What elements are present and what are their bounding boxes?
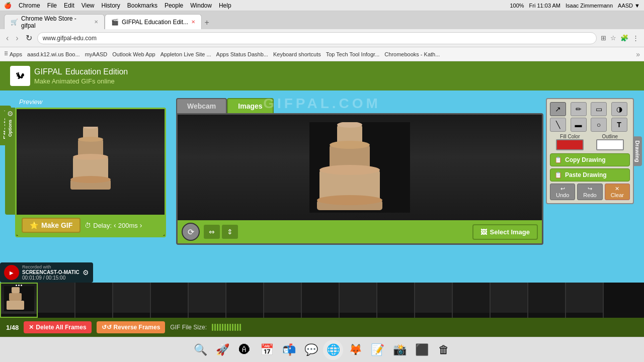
bookmark-apps-status[interactable]: Apps Status Dashb... [216, 51, 268, 57]
filmstrip-frame-12[interactable] [415, 283, 453, 318]
eraser-tool-button[interactable]: ▭ [591, 102, 607, 116]
frame-thumb-7 [226, 283, 263, 313]
clear-button[interactable]: ✕ Clear [605, 184, 630, 200]
webcam-tab[interactable]: Webcam [176, 98, 227, 113]
delete-all-frames-button[interactable]: ✕ Delete All Frames [24, 321, 91, 333]
bookmark-chromebooks[interactable]: Chromebooks - Kath... [384, 51, 440, 57]
screencast-info: Recorded with SCREENCAST-O-MATIC 00:01:0… [22, 264, 79, 281]
filmstrip-frame-16[interactable] [566, 283, 604, 318]
bookmark-aasd[interactable]: aasd.k12.wi.us Boo... [27, 51, 80, 57]
dock-trash[interactable]: 🗑 [434, 340, 454, 360]
flip-vertical-button[interactable]: ⇕ [222, 225, 238, 239]
reverse-frames-button[interactable]: ↺↺ Reverse Frames [97, 321, 166, 333]
star-icon[interactable]: ☆ [609, 33, 617, 43]
filmstrip-frame-11[interactable] [377, 283, 415, 318]
forward-button[interactable]: › [14, 33, 20, 44]
dock-appstore[interactable]: 🅐 [234, 340, 255, 360]
filmstrip-frame-5[interactable] [151, 283, 189, 318]
dock-launchpad[interactable]: 🚀 [212, 340, 232, 360]
dock-firefox[interactable]: 🦊 [345, 340, 365, 360]
text-tool-button[interactable]: T [611, 118, 627, 132]
frame-thumb-2 [38, 283, 74, 313]
filmstrip-frame-13[interactable] [453, 283, 491, 318]
pencil-tool-button[interactable]: ✏ [571, 102, 587, 116]
dock-mail[interactable]: 📬 [279, 340, 299, 360]
bookmarks-menu[interactable]: Bookmarks [127, 2, 157, 9]
aasd-button[interactable]: AASD ▼ [618, 3, 640, 9]
file-size-dot-10 [234, 324, 236, 331]
filmstrip-frame-7[interactable] [226, 283, 264, 318]
more-bookmarks-icon[interactable]: » [636, 50, 640, 58]
filmstrip-frame-8[interactable] [264, 283, 302, 318]
dock-calendar[interactable]: 📅 [257, 340, 277, 360]
bookmark-appleton[interactable]: Appleton Live Site ... [160, 51, 211, 57]
dock-photos[interactable]: 📸 [389, 340, 410, 360]
bookmark-outlook[interactable]: Outlook Web App [112, 51, 155, 57]
filmstrip [0, 283, 644, 318]
filmstrip-frame-1[interactable] [0, 283, 38, 318]
file-menu[interactable]: File [47, 2, 57, 9]
line-tool-button[interactable]: ╲ [550, 118, 566, 132]
filmstrip-frame-9[interactable] [302, 283, 340, 318]
fill-tool-button[interactable]: ◑ [611, 102, 627, 116]
dock-chrome[interactable]: 🌐 [323, 340, 343, 360]
screencast-settings-icon[interactable]: ⚙ [83, 268, 89, 277]
edit-menu[interactable]: Edit [64, 2, 74, 9]
cast-icon[interactable]: ⊞ [600, 33, 607, 43]
tab-gifpal[interactable]: 🎬 GIFPAL Education Edit... ✕ [105, 14, 202, 29]
bookmark-toptech[interactable]: Top Tech Tool Infogr... [326, 51, 380, 57]
new-tab-button[interactable]: + [202, 16, 212, 29]
flip-horizontal-button[interactable]: ⇔ [204, 225, 220, 239]
copy-drawing-button[interactable]: 📋 Copy Drawing [550, 153, 630, 166]
paste-drawing-button[interactable]: 📋 Paste Drawing [550, 168, 630, 182]
tab-close-0[interactable]: ✕ [94, 19, 98, 25]
frame-thumb-16 [566, 283, 603, 313]
bookmark-keyboard[interactable]: Keyboard shortcuts [273, 51, 321, 57]
fill-color-label: Fill Color [556, 134, 584, 139]
screencast-timer: 00:01:09 / 00:15:00 [22, 275, 79, 281]
chrome-menu-icon[interactable]: ⋮ [631, 33, 640, 43]
url-input[interactable]: www.gifpal-edu.com [37, 32, 597, 44]
apple-menu[interactable]: 🍎 [4, 2, 12, 9]
chrome-menu[interactable]: Chrome [19, 2, 40, 9]
filmstrip-frame-2[interactable] [38, 283, 75, 318]
dock-terminal[interactable]: ⬛ [412, 340, 432, 360]
window-menu[interactable]: Window [190, 2, 212, 9]
options-sidebar[interactable]: ⚙ Options [5, 108, 15, 215]
dock-finder[interactable]: 🔍 [190, 340, 210, 360]
dock-messages[interactable]: 💬 [301, 340, 321, 360]
undo-button[interactable]: ↩ Undo [550, 184, 575, 200]
dock-word[interactable]: 📝 [367, 340, 387, 360]
back-button[interactable]: ‹ [4, 33, 11, 44]
ellipse-tool-button[interactable]: ○ [591, 118, 607, 132]
fill-color-swatch[interactable] [556, 139, 584, 150]
people-menu[interactable]: People [165, 2, 183, 9]
select-image-button[interactable]: 🖼 Select Image [472, 224, 538, 240]
rect-tool-button[interactable]: ▬ [571, 118, 587, 132]
bookmark-myaasd[interactable]: myAASD [85, 51, 108, 57]
filmstrip-frame-14[interactable] [491, 283, 528, 318]
bookmark-apps[interactable]: ⠿ Apps [4, 51, 22, 57]
images-tab[interactable]: Images [227, 98, 273, 113]
arrow-tool-button[interactable]: ↗ [550, 102, 566, 116]
delay-decrease-button[interactable]: ‹ [114, 221, 116, 229]
delay-increase-button[interactable]: › [140, 221, 142, 229]
tab-chromstore[interactable]: 🛒 Chrome Web Store - gifpal ✕ [4, 14, 105, 29]
filmstrip-frame-10[interactable] [340, 283, 377, 318]
outline-color-swatch[interactable] [596, 139, 624, 150]
make-gif-button[interactable]: ⭐ Make GIF [22, 218, 80, 233]
filmstrip-frame-3[interactable] [75, 283, 113, 318]
drawing-panel: Drawing ↗ ✏ ▭ ◑ ╲ ▬ ○ T Fill Color Outli… [546, 98, 634, 204]
record-button[interactable]: ⟳ [182, 223, 200, 241]
redo-button[interactable]: ↪ Redo [577, 184, 602, 200]
filmstrip-frame-6[interactable] [189, 283, 226, 318]
history-menu[interactable]: History [102, 2, 120, 9]
tab-close-1[interactable]: ✕ [191, 19, 195, 25]
view-menu[interactable]: View [82, 2, 95, 9]
help-menu[interactable]: Help [219, 2, 231, 9]
file-size-dot-4 [219, 324, 221, 331]
filmstrip-frame-4[interactable] [113, 283, 151, 318]
extensions-icon[interactable]: 🧩 [619, 33, 629, 43]
refresh-button[interactable]: ↻ [24, 32, 34, 44]
filmstrip-frame-15[interactable] [528, 283, 566, 318]
